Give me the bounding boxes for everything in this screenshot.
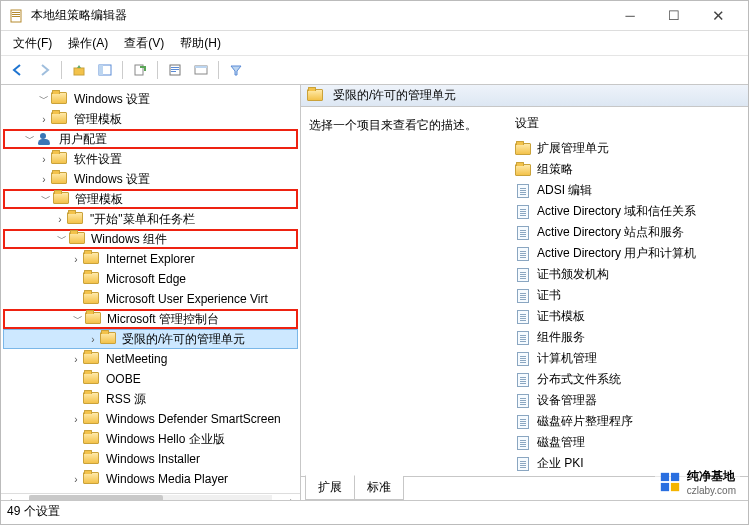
- policy-icon: [515, 331, 531, 345]
- tree-node[interactable]: ›"开始"菜单和任务栏: [3, 209, 298, 229]
- policy-icon: [515, 373, 531, 387]
- list-item[interactable]: Active Directory 用户和计算机: [515, 243, 744, 264]
- separator: [157, 61, 158, 79]
- svg-rect-9: [171, 67, 179, 68]
- tree-node[interactable]: ﹀Windows 设置: [3, 89, 298, 109]
- tree-node-restricted[interactable]: ›受限的/许可的管理单元: [3, 329, 298, 349]
- list-item[interactable]: 分布式文件系统: [515, 369, 744, 390]
- tree-node[interactable]: ·Windows Hello 企业版: [3, 429, 298, 449]
- svg-rect-4: [74, 68, 84, 75]
- tree-node-admin-templates[interactable]: ﹀管理模板: [3, 189, 298, 209]
- tree-node[interactable]: ›Windows Media Player: [3, 469, 298, 489]
- svg-rect-6: [99, 65, 103, 75]
- tree-node[interactable]: ·RSS 源: [3, 389, 298, 409]
- column-header-settings[interactable]: 设置: [515, 115, 744, 132]
- tree-node[interactable]: ›管理模板: [3, 109, 298, 129]
- folder-icon: [515, 142, 531, 156]
- policy-icon: [515, 247, 531, 261]
- svg-rect-2: [12, 14, 20, 15]
- list-item[interactable]: ADSI 编辑: [515, 180, 744, 201]
- tree-pane[interactable]: ﹀Windows 设置 ›管理模板 ﹀用户配置 ›软件设置 ›Windows 设…: [1, 85, 301, 500]
- tree-node[interactable]: ·Windows Installer: [3, 449, 298, 469]
- policy-icon: [515, 310, 531, 324]
- policy-icon: [515, 268, 531, 282]
- tree-node[interactable]: ›Windows 设置: [3, 169, 298, 189]
- statusbar: 49 个设置: [1, 500, 748, 522]
- scroll-right-icon[interactable]: ▶: [286, 495, 300, 501]
- workarea: ﹀Windows 设置 ›管理模板 ﹀用户配置 ›软件设置 ›Windows 设…: [1, 85, 748, 500]
- policy-icon: [515, 415, 531, 429]
- properties-button[interactable]: [164, 59, 186, 81]
- list-item[interactable]: 组策略: [515, 159, 744, 180]
- tree-node-mmc[interactable]: ﹀Microsoft 管理控制台: [3, 309, 298, 329]
- list-item[interactable]: 组件服务: [515, 327, 744, 348]
- folder-icon: [307, 89, 323, 103]
- list-item[interactable]: 磁盘管理: [515, 432, 744, 453]
- watermark-logo-icon: [659, 471, 681, 493]
- export-button[interactable]: [129, 59, 151, 81]
- tree-node[interactable]: ·Microsoft User Experience Virt: [3, 289, 298, 309]
- filter-button[interactable]: [225, 59, 247, 81]
- policy-icon: [515, 436, 531, 450]
- separator: [122, 61, 123, 79]
- scroll-left-icon[interactable]: ◀: [1, 495, 15, 501]
- status-text: 49 个设置: [7, 503, 60, 520]
- back-button[interactable]: [7, 59, 29, 81]
- policy-icon: [515, 184, 531, 198]
- user-icon: [37, 132, 51, 146]
- policy-icon: [515, 394, 531, 408]
- minimize-button[interactable]: ─: [608, 2, 652, 30]
- folder-icon: [515, 163, 531, 177]
- tab-standard[interactable]: 标准: [354, 476, 404, 500]
- list-item[interactable]: 证书模板: [515, 306, 744, 327]
- svg-rect-14: [661, 473, 669, 481]
- menu-view[interactable]: 查看(V): [118, 33, 170, 54]
- separator: [61, 61, 62, 79]
- svg-rect-10: [171, 69, 179, 70]
- tree-node[interactable]: ›Internet Explorer: [3, 249, 298, 269]
- list-item[interactable]: 扩展管理单元: [515, 138, 744, 159]
- close-button[interactable]: ✕: [696, 2, 740, 30]
- menubar: 文件(F) 操作(A) 查看(V) 帮助(H): [1, 31, 748, 55]
- description-panel: 选择一个项目来查看它的描述。: [301, 107, 511, 476]
- details-header: 受限的/许可的管理单元: [301, 85, 748, 107]
- tree-horizontal-scrollbar[interactable]: ◀ ▶: [1, 493, 300, 500]
- tree: ﹀Windows 设置 ›管理模板 ﹀用户配置 ›软件设置 ›Windows 设…: [1, 85, 300, 493]
- show-hide-tree-button[interactable]: [94, 59, 116, 81]
- svg-rect-16: [661, 483, 669, 491]
- menu-action[interactable]: 操作(A): [62, 33, 114, 54]
- tree-node[interactable]: ›软件设置: [3, 149, 298, 169]
- list-item[interactable]: 证书: [515, 285, 744, 306]
- forward-button[interactable]: [33, 59, 55, 81]
- toolbar: [1, 55, 748, 85]
- svg-rect-1: [12, 12, 20, 13]
- separator: [218, 61, 219, 79]
- up-button[interactable]: [68, 59, 90, 81]
- svg-rect-17: [671, 483, 679, 491]
- window-controls: ─ ☐ ✕: [608, 2, 740, 30]
- svg-rect-15: [671, 473, 679, 481]
- tree-node[interactable]: ›Windows Defender SmartScreen: [3, 409, 298, 429]
- settings-list: 设置 扩展管理单元 组策略 ADSI 编辑 Active Directory 域…: [511, 107, 748, 476]
- watermark: 纯净基地 czlaby.com: [655, 466, 740, 498]
- tree-node[interactable]: ·Microsoft Edge: [3, 269, 298, 289]
- menu-help[interactable]: 帮助(H): [174, 33, 227, 54]
- tree-node-win-components[interactable]: ﹀Windows 组件: [3, 229, 298, 249]
- svg-rect-3: [12, 16, 20, 17]
- list-item[interactable]: Active Directory 站点和服务: [515, 222, 744, 243]
- list-item[interactable]: 证书颁发机构: [515, 264, 744, 285]
- details-title: 受限的/许可的管理单元: [333, 87, 456, 104]
- window-title: 本地组策略编辑器: [31, 7, 608, 24]
- maximize-button[interactable]: ☐: [652, 2, 696, 30]
- menu-file[interactable]: 文件(F): [7, 33, 58, 54]
- details-button[interactable]: [190, 59, 212, 81]
- list-item[interactable]: 磁盘碎片整理程序: [515, 411, 744, 432]
- tree-node[interactable]: ·OOBE: [3, 369, 298, 389]
- list-item[interactable]: 设备管理器: [515, 390, 744, 411]
- list-item[interactable]: Active Directory 域和信任关系: [515, 201, 744, 222]
- tree-node[interactable]: ›NetMeeting: [3, 349, 298, 369]
- tree-node-user-config[interactable]: ﹀用户配置: [3, 129, 298, 149]
- policy-icon: [515, 289, 531, 303]
- tab-extended[interactable]: 扩展: [305, 475, 355, 500]
- list-item[interactable]: 计算机管理: [515, 348, 744, 369]
